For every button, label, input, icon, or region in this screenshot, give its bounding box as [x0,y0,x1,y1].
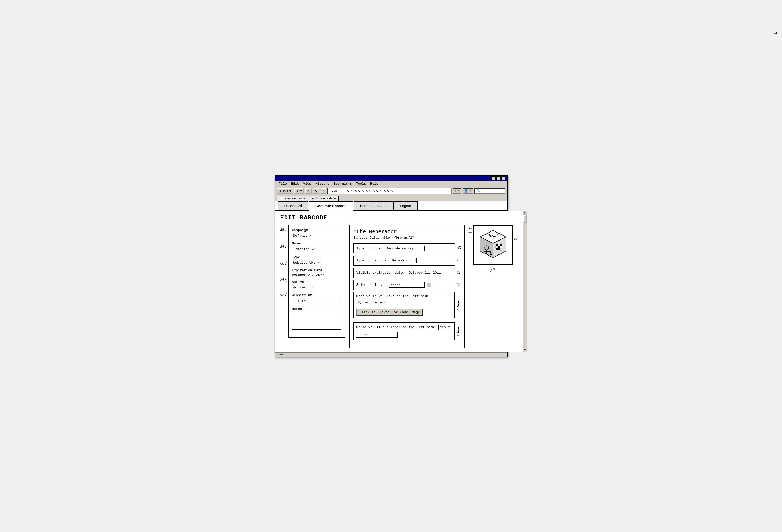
menu-history[interactable]: History [313,181,332,186]
menu-view[interactable]: View [301,181,313,186]
name-field-group: Name: [292,242,342,252]
svg-rect-15 [498,246,500,248]
minimize-button[interactable]: — [492,176,496,180]
refresh-button[interactable]: ↻ [313,188,319,194]
left-side-label: What would you like on the left side: [356,294,431,298]
back-button[interactable]: ◄Back ▾ [277,188,293,194]
cube-svg [475,226,511,263]
type-of-cube-select-wrapper: Barcode on top Barcode on side Barcode o… [385,246,425,251]
annotation-52: 52 [458,245,462,249]
svg-rect-17 [496,248,498,250]
annotation-66: 66 [493,267,496,271]
scrollbar-track [523,215,527,348]
annotation-83: 83 [457,283,460,287]
content-layout: 86 { 88 { 90 { [280,225,518,348]
type-select[interactable]: Website URL [292,260,320,265]
scrollbar-up-button[interactable]: ▲ [523,211,527,215]
status-text: Done [277,353,284,356]
campaign-select-wrapper: Default [292,233,312,239]
type-of-barcode-label: Type of barcode: [356,259,389,262]
label-options-row: Would you like a label on the left side:… [353,322,455,340]
user-icon-area[interactable]: 👤 ▾ [463,188,473,194]
menu-tools[interactable]: Tools [354,181,368,186]
tab-close-btn[interactable]: ÷ [334,197,336,200]
tab-generate-barcode[interactable]: Generate Barcode [309,202,353,211]
active-select[interactable]: Active Inactive [292,285,314,290]
type-of-cube-select[interactable]: Barcode on top Barcode on side Barcode o… [385,246,425,251]
visible-expiration-input[interactable] [407,270,452,276]
name-label: Name: [292,242,342,245]
expiration-label: Expiration Date: [292,269,342,272]
content-area: EDIT BARCODE 86 { 88 { [275,211,523,352]
type-select-wrapper: Website URL [292,260,320,265]
active-label: Active: [292,280,342,284]
type-of-barcode-row: Type of barcode: Datamatrix QR Code PDF4… [353,255,455,265]
cube-image-frame [473,225,513,265]
svg-rect-14 [496,246,498,248]
label-left-group: Would you like a label on the left side:… [353,322,455,342]
maximize-button[interactable]: □ [496,176,501,180]
annotation-78-group: } 78 [457,322,460,342]
annotation-50: 50 [514,237,518,241]
left-side-select[interactable]: My own image Logo Text None [356,300,386,305]
tab-favicon [280,197,283,201]
website-input[interactable] [292,298,342,304]
favorite-star[interactable]: ☆ ▾ [453,188,461,194]
svg-rect-12 [498,244,500,246]
browser-tab[interactable]: The Bar Pages – Edit Barcode ÷ [277,196,339,201]
forward-button[interactable]: ► ▾ [294,188,304,194]
campaign-select[interactable]: Default [292,233,312,239]
notes-field-group: Notes: [292,307,342,331]
menu-help[interactable]: Help [368,181,380,186]
main-area: EDIT BARCODE 86 { 88 { [275,211,507,352]
browse-image-button[interactable]: Click To Browse For Your Image [356,309,423,316]
svg-rect-16 [500,246,502,248]
color-input[interactable] [389,282,425,288]
address-bar[interactable]: http: ——∿∿∿∿∿∿∿∿∿∿∿∿∿ [327,188,452,194]
label-left-select[interactable]: Yes No [438,325,450,330]
page-title: EDIT BARCODE [280,215,518,221]
website-field-group: Website Url: [292,293,342,304]
browser-window: — □ ✕ File Edit View History Bookmarks T… [275,175,507,357]
cube-generator-title: Cube Generator [353,229,460,235]
visible-expiration-row: Visible expiration date: [353,268,455,278]
annotation-72: 72 [457,307,460,311]
tab-dashboard[interactable]: Dashboard [278,202,309,210]
active-field-group: Active: Active Inactive [292,280,342,290]
menu-edit[interactable]: Edit [289,181,301,186]
svg-rect-19 [500,248,502,250]
annotation-70: 70 [457,258,460,262]
label-text-input[interactable] [356,331,398,338]
annotation-16: 16 [469,226,472,230]
close-tab-button[interactable]: ✕ [305,188,312,194]
center-panel: Cube Generator Barcode Data: http://brp.… [349,225,464,348]
left-panel: Campaign: Default Name: [288,225,345,338]
name-input[interactable] [292,246,342,252]
status-bar: Done [275,352,507,357]
annotation-78: 78 [457,333,460,337]
home-button[interactable]: ⌂ [321,188,326,194]
close-window-button[interactable]: ✕ [501,176,505,180]
tab-title: The Bar Pages – Edit Barcode [285,197,333,200]
tab-logout[interactable]: Logout [393,202,418,210]
annotation-86: 86 [280,228,284,232]
type-of-cube-row: Type of cube: Barcode on top Barcode on … [353,243,455,253]
svg-rect-13 [500,244,502,246]
label-left-label: Would you like a label on the left side: [356,325,437,329]
type-of-barcode-select[interactable]: Datamatrix QR Code PDF417 [391,258,417,263]
scrollbar-thumb[interactable] [523,215,527,223]
search-box[interactable]: 🔍 [474,188,505,194]
select-color-label: Select color: # [356,283,387,287]
scrollbar-down-button[interactable]: ▼ [523,348,527,352]
color-swatch[interactable] [427,283,431,287]
search-icon: 🔍 [476,189,481,193]
title-bar-buttons: — □ ✕ [492,176,505,180]
svg-rect-18 [498,248,500,250]
menu-bookmarks[interactable]: Bookmarks [332,181,354,186]
barcode-data-line: Barcode Data: http://brp.gs/2Y [353,236,460,240]
menu-file[interactable]: File [277,181,289,186]
tab-barcode-folders[interactable]: Barcode Folders [354,202,393,210]
notes-label: Notes: [292,307,342,311]
type-field-group: Type: Website URL [292,255,342,265]
notes-textarea[interactable] [292,312,342,330]
